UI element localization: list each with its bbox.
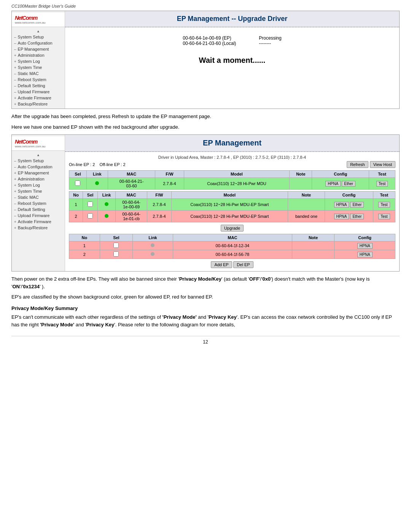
cell-mac: 00-60-64-1e-00-69 [116,199,147,211]
cell-config: HPNA Ether [312,178,369,190]
th2-no: No [69,192,83,199]
sidebar-2: NetComm www.netcomm.com.au ▲ –System Set… [12,135,65,271]
th3-config: Config [335,234,395,241]
cell-no: 1 [69,241,100,250]
privacy-mode-key-bold-1: Privacy Mode/Key [179,276,221,282]
th2-mac: MAC [116,192,147,199]
sidebar-item-systime-1[interactable]: +System Time [12,64,65,70]
ep-action-buttons: Refresh View Host [347,161,395,168]
sidebar-item-syslog-2[interactable]: +System Log [12,182,65,188]
sidebar-item-reboot-2[interactable]: –Reboot System [12,200,65,206]
mac-right: Processing -------- [259,35,281,46]
sidebar-item-admin-1[interactable]: +Administration [12,52,65,58]
sidebar-item-upload-1[interactable]: –Upload Firmware [12,89,65,95]
ep-table-offline: No Sel Link MAC Note Config 1 [69,234,395,259]
sidebar-item-auto-config-2[interactable]: –Auto Configuration [12,164,65,170]
ether-button[interactable]: Ether [342,181,355,187]
test-button-2[interactable]: Test [378,214,390,219]
cell-link [97,199,115,211]
test-button[interactable]: Test [376,181,388,187]
checkbox-1[interactable] [88,201,93,207]
logo-sub-2: www.netcomm.com.au [15,145,62,148]
sidebar-item-activate-1[interactable]: +Activate Firmware [12,95,65,101]
view-host-button[interactable]: View Host [370,161,395,168]
offline-checkbox-1[interactable] [113,243,119,248]
table-row: 1 00-60-64-1f-12-34 HPNA [69,241,395,250]
privacy-summary-section: Privacy Mode/Key Summary EP's can't comm… [11,305,400,329]
sidebar-item-activate-2[interactable]: +Activate Firmware [12,219,65,225]
sidebar-item-staticmac-1[interactable]: –Static MAC [12,70,65,77]
offline-checkbox-2[interactable] [113,251,119,257]
cell-note [288,199,325,211]
th3-link: Link [133,234,173,241]
sidebar-item-default-1[interactable]: –Default Setting [12,83,65,89]
th-mac: MAC [108,171,155,178]
offline-hpna-2[interactable]: HPNA [357,252,373,257]
checkbox-2[interactable] [88,213,93,219]
mac-local: 00-60-64-21-03-60 (Local) [183,41,236,46]
sidebar-item-auto-config-1[interactable]: –Auto Configuration [12,40,65,46]
checkbox-sel[interactable] [75,181,80,186]
sidebar-item-syslog-1[interactable]: +System Log [12,58,65,64]
refresh-button[interactable]: Refresh [347,161,368,168]
offline-ep-label: Off-line EP : 2 [100,162,126,167]
sidebar-item-ep-mgmt-2[interactable]: +EP Management [12,170,65,176]
offline-hpna-1[interactable]: HPNA [357,243,373,249]
upgrade-button[interactable]: Upgrade [221,225,244,232]
logo-sub-1: www.netcomm.com.au [15,21,62,24]
hpna-button[interactable]: HPNA [325,181,341,187]
ep-header: EP Management [65,135,399,152]
th-model: Model [184,171,290,178]
add-ep-button[interactable]: Add EP [211,261,232,268]
dot-green-2 [105,214,108,218]
hpna-button-2[interactable]: HPNA [334,214,349,219]
sidebar-item-upload-2[interactable]: –Upload Firmware [12,212,65,219]
sidebar-item-admin-2[interactable]: +Administration [12,176,65,182]
table-row: 00-60-64-21-03-60 2.7.8-4 Coax(3110) 12~… [69,178,395,190]
cell-sel [83,199,98,211]
del-ep-button[interactable]: Del EP [233,261,253,268]
sidebar-item-systime-2[interactable]: +System Time [12,188,65,194]
cell-test: Test [369,178,395,190]
on-bold: ON [12,284,20,289]
cell-mac: 00-60-64-1e-01-cb [116,211,147,222]
sidebar-item-ep-mgmt-1[interactable]: –EP Management [12,46,65,52]
sidebar-item-backup-1[interactable]: +Backup/Restore [12,101,65,107]
ether-button-2[interactable]: Ether [350,214,364,219]
logo-2: NetComm [15,139,62,145]
hpna-button-1[interactable]: HPNA [334,202,349,208]
table-row: 2 00-60-64-1e-01-cb 2.7.8-4 Coax(3110) 1… [69,211,395,222]
cell-config: HPNA Ether [325,211,373,222]
dot-gray-1 [151,243,155,247]
desc-between-screenshots: After the upgrade has been completed, pr… [11,113,400,131]
cell-config: HPNA Ether [325,199,373,211]
cell-model: Coax(3110) 12~28 Hi-Pwr MDU-EP Smart [171,199,288,211]
desc-privacy-para: Then power on the 2 extra off-line EPs. … [11,275,400,290]
sidebar-item-default-2[interactable]: –Default Setting [12,206,65,212]
ether-button-1[interactable]: Ether [350,202,364,208]
main-content-upgrade: EP Management -- Upgrade Driver 00-60-64… [65,11,399,109]
th-sel: Sel [69,171,87,178]
th3-mac: MAC [173,234,292,241]
test-button-1[interactable]: Test [378,202,390,208]
status-dashes: -------- [259,41,281,46]
th3-sel: Sel [100,234,132,241]
main-content-ep: EP Management Driver in Upload Area, Mas… [65,135,399,271]
cell-mac: 00-60-64-1f-56-78 [173,250,292,259]
upgrade-btn-row: Upgrade [69,225,395,232]
sidebar-item-backup-2[interactable]: +Backup/Restore [12,225,65,231]
cell-link [133,241,173,250]
dot-green-1 [105,202,108,206]
sidebar-item-system-setup-1[interactable]: –System Setup [12,34,65,40]
doc-title: CC100Master Bridge User's Guide [11,4,400,8]
cell-model: Coax(3110) 12~28 Hi-Pwr MDU [184,178,290,190]
sidebar-item-system-setup-2[interactable]: –System Setup [12,158,65,164]
screenshot-ep-management: NetComm www.netcomm.com.au ▲ –System Set… [11,134,400,272]
cell-no: 1 [69,199,83,211]
cell-fw: 2.7.8-4 [147,199,172,211]
sidebar-item-reboot-1[interactable]: –Reboot System [12,77,65,83]
dot-gray-2 [151,252,155,256]
th2-link: Link [97,192,115,199]
sidebar-item-staticmac-2[interactable]: –Static MAC [12,194,65,200]
cell-note [292,250,334,259]
